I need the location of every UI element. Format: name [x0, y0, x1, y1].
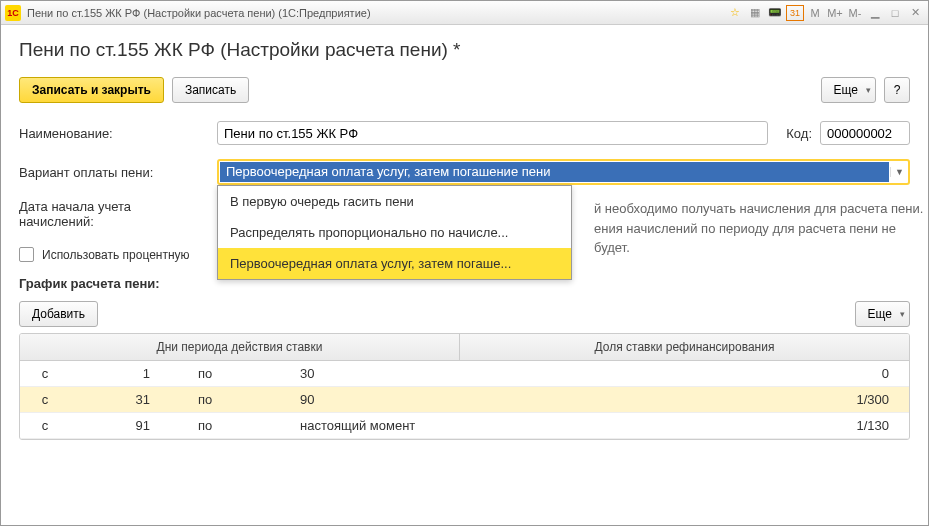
- maximize-icon[interactable]: □: [886, 5, 904, 21]
- cell-from-label: с: [20, 392, 70, 407]
- cell-from-label: с: [20, 366, 70, 381]
- titlebar-actions: ☆ ▦ 📟 31 M M+ M- ▁ □ ✕: [726, 5, 924, 21]
- table-header-share: Доля ставки рефинансирования: [460, 334, 909, 360]
- dropdown-field[interactable]: Первоочередная оплата услуг, затем погаш…: [217, 159, 910, 185]
- table-header-days: Дни периода действия ставки: [20, 334, 460, 360]
- dropdown-option-0[interactable]: В первую очередь гасить пени: [218, 186, 571, 217]
- cell-from-label: с: [20, 418, 70, 433]
- table-row[interactable]: с91понастоящий момент1/130: [20, 413, 909, 439]
- m-plus-icon[interactable]: M+: [826, 5, 844, 21]
- hint-text: й необходимо получать начисления для рас…: [594, 199, 924, 258]
- code-input[interactable]: [820, 121, 910, 145]
- variant-row: Вариант оплаты пени: Первоочередная опла…: [19, 159, 910, 185]
- hint-line-2: ения начислений по периоду для расчета п…: [594, 219, 924, 258]
- date-label: Дата начала учета начислений:: [19, 199, 209, 229]
- close-icon[interactable]: ✕: [906, 5, 924, 21]
- code-label: Код:: [786, 126, 812, 141]
- cell-share: 0: [460, 366, 909, 381]
- main-toolbar: Записать и закрыть Записать Еще ?: [19, 77, 910, 103]
- cell-share: 1/300: [460, 392, 909, 407]
- cell-to-label: по: [190, 366, 260, 381]
- calendar-icon[interactable]: 31: [786, 5, 804, 21]
- checkbox-label: Использовать процентную: [42, 248, 190, 262]
- name-row: Наименование: Код:: [19, 121, 910, 145]
- dropdown-option-1[interactable]: Распределять пропорционально по начисле.…: [218, 217, 571, 248]
- hint-line-1: й необходимо получать начисления для рас…: [594, 199, 924, 219]
- variant-dropdown[interactable]: Первоочередная оплата услуг, затем погаш…: [217, 159, 910, 185]
- save-button[interactable]: Записать: [172, 77, 249, 103]
- content-area: Пени по ст.155 ЖК РФ (Настройки расчета …: [1, 25, 928, 454]
- page-title: Пени по ст.155 ЖК РФ (Настройки расчета …: [19, 39, 910, 61]
- more-button[interactable]: Еще: [821, 77, 876, 103]
- cell-to-label: по: [190, 392, 260, 407]
- window-title: Пени по ст.155 ЖК РФ (Настройки расчета …: [27, 7, 726, 19]
- cell-from: 31: [70, 392, 190, 407]
- cell-to: 30: [260, 366, 460, 381]
- grid-icon[interactable]: ▦: [746, 5, 764, 21]
- table-more-button[interactable]: Еще: [855, 301, 910, 327]
- dropdown-selected: Первоочередная оплата услуг, затем погаш…: [220, 162, 889, 182]
- calculator-icon[interactable]: 📟: [766, 5, 784, 21]
- cell-to-label: по: [190, 418, 260, 433]
- dropdown-option-2[interactable]: Первоочередная оплата услуг, затем погаш…: [218, 248, 571, 279]
- table-row[interactable]: с31по901/300: [20, 387, 909, 413]
- favorite-icon[interactable]: ☆: [726, 5, 744, 21]
- percent-checkbox[interactable]: [19, 247, 34, 262]
- variant-label: Вариант оплаты пени:: [19, 165, 209, 180]
- table-row[interactable]: с1по300: [20, 361, 909, 387]
- cell-to: настоящий момент: [260, 418, 460, 433]
- help-button[interactable]: ?: [884, 77, 910, 103]
- table-header: Дни периода действия ставки Доля ставки …: [20, 334, 909, 361]
- cell-share: 1/130: [460, 418, 909, 433]
- titlebar: 1C Пени по ст.155 ЖК РФ (Настройки расче…: [1, 1, 928, 25]
- minimize-icon[interactable]: ▁: [866, 5, 884, 21]
- save-close-button[interactable]: Записать и закрыть: [19, 77, 164, 103]
- table-toolbar: Добавить Еще: [19, 301, 910, 327]
- name-input[interactable]: [217, 121, 768, 145]
- app-window: 1C Пени по ст.155 ЖК РФ (Настройки расче…: [0, 0, 929, 526]
- cell-from: 1: [70, 366, 190, 381]
- cell-to: 90: [260, 392, 460, 407]
- name-label: Наименование:: [19, 126, 209, 141]
- add-button[interactable]: Добавить: [19, 301, 98, 327]
- cell-from: 91: [70, 418, 190, 433]
- m-icon[interactable]: M: [806, 5, 824, 21]
- table-body: с1по300с31по901/300с91понастоящий момент…: [20, 361, 909, 439]
- app-icon: 1C: [5, 5, 21, 21]
- schedule-table: Дни периода действия ставки Доля ставки …: [19, 333, 910, 440]
- chevron-down-icon[interactable]: ▼: [890, 167, 908, 177]
- m-minus-icon[interactable]: M-: [846, 5, 864, 21]
- dropdown-list: В первую очередь гасить пени Распределят…: [217, 185, 572, 280]
